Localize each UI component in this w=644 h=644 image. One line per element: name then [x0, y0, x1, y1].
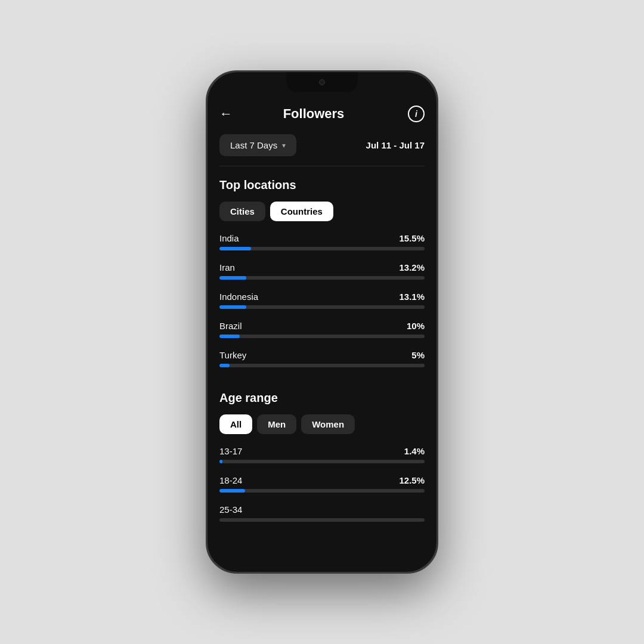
screen: ← Followers i Last 7 Days ▾ Jul 11 - Jul…: [208, 72, 436, 572]
page-title: Followers: [219, 106, 408, 122]
age-pct: 1.4%: [404, 446, 425, 456]
age-range-label: 25-34: [219, 504, 242, 515]
tab-countries[interactable]: Countries: [270, 202, 333, 221]
tab-men[interactable]: Men: [257, 414, 296, 434]
top-locations-section: Top locations Cities Countries India 15.…: [208, 166, 436, 367]
bar-fill: [219, 247, 251, 250]
bar-fill: [219, 276, 246, 280]
bar-track: [219, 305, 425, 309]
country-row-indonesia: Indonesia 13.1%: [219, 292, 425, 309]
country-name: Brazil: [219, 321, 242, 331]
bar-track: [219, 247, 425, 250]
age-range-label: 18-24: [219, 475, 242, 485]
country-name: Turkey: [219, 350, 246, 360]
age-row-1317: 13-17 1.4%: [219, 446, 425, 463]
country-pct: 5%: [411, 350, 425, 360]
country-name: India: [219, 233, 239, 243]
bar-track: [219, 489, 425, 493]
date-filter-button[interactable]: Last 7 Days ▾: [219, 134, 296, 156]
country-name: Iran: [219, 262, 235, 273]
age-tab-group: All Men Women: [219, 414, 425, 434]
locations-tab-group: Cities Countries: [219, 202, 425, 221]
bar-fill: [219, 364, 230, 367]
volume-up-button: [206, 179, 208, 215]
country-pct: 13.2%: [399, 262, 425, 273]
age-range-title: Age range: [219, 391, 425, 405]
bar-fill: [219, 460, 222, 463]
tab-women[interactable]: Women: [301, 414, 355, 434]
age-range-section: Age range All Men Women 13-17 1.4% 18-24…: [208, 379, 436, 522]
date-range-display: Jul 11 - Jul 17: [366, 140, 425, 150]
age-pct: 12.5%: [399, 475, 425, 485]
country-name: Indonesia: [219, 292, 258, 302]
age-range-label: 13-17: [219, 446, 242, 456]
bar-fill: [219, 335, 240, 338]
top-locations-title: Top locations: [219, 178, 425, 192]
country-row-turkey: Turkey 5%: [219, 350, 425, 367]
volume-down-button: [206, 224, 208, 259]
filter-row: Last 7 Days ▾ Jul 11 - Jul 17: [208, 129, 436, 166]
date-filter-label: Last 7 Days: [230, 140, 277, 150]
bar-track: [219, 518, 425, 522]
country-row-brazil: Brazil 10%: [219, 321, 425, 338]
header: ← Followers i: [208, 98, 436, 129]
bar-track: [219, 335, 425, 338]
bar-track: [219, 276, 425, 280]
phone-shell: ← Followers i Last 7 Days ▾ Jul 11 - Jul…: [206, 70, 438, 574]
age-row-2534: 25-34: [219, 504, 425, 522]
tab-all[interactable]: All: [219, 414, 252, 434]
phone-notch: [286, 72, 358, 92]
bar-track: [219, 364, 425, 367]
tab-cities[interactable]: Cities: [219, 202, 265, 221]
bar-fill: [219, 489, 245, 493]
country-pct: 15.5%: [399, 233, 425, 243]
chevron-down-icon: ▾: [282, 141, 286, 150]
country-pct: 13.1%: [399, 292, 425, 302]
country-row-india: India 15.5%: [219, 233, 425, 250]
bar-fill: [219, 305, 246, 309]
camera-dot: [319, 79, 325, 85]
bar-track: [219, 460, 425, 463]
country-pct: 10%: [407, 321, 425, 331]
info-button[interactable]: i: [408, 106, 425, 122]
age-row-1824: 18-24 12.5%: [219, 475, 425, 493]
silent-button: [206, 150, 208, 171]
power-button: [436, 179, 438, 221]
country-row-iran: Iran 13.2%: [219, 262, 425, 280]
